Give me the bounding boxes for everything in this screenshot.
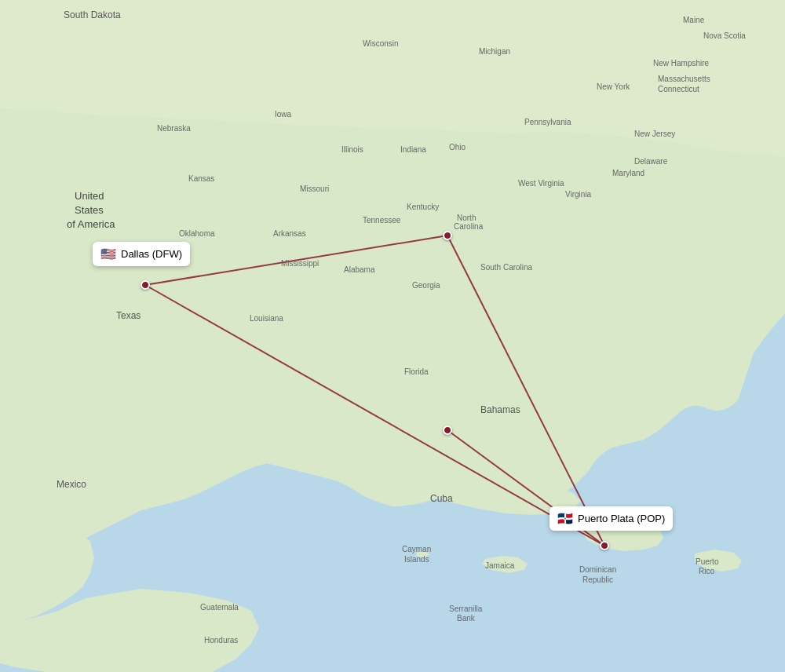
dot-charlotte <box>443 231 452 240</box>
puerto-plata-flag: 🇩🇴 <box>557 511 573 526</box>
dot-fll <box>443 425 452 435</box>
airport-label-puerto-plata: 🇩🇴 Puerto Plata (POP) <box>550 506 673 531</box>
svg-point-2 <box>514 394 522 399</box>
dot-puerto-plata <box>600 541 609 550</box>
map-container: South Dakota Wisconsin Michigan Maine No… <box>0 0 785 672</box>
map-svg <box>0 0 785 672</box>
puerto-plata-name: Puerto Plata (POP) <box>578 513 665 524</box>
dot-dallas <box>141 280 150 290</box>
svg-point-5 <box>521 422 528 426</box>
svg-point-1 <box>416 551 429 557</box>
svg-point-3 <box>524 404 531 409</box>
svg-point-4 <box>514 415 519 418</box>
dallas-name: Dallas (DFW) <box>121 248 182 260</box>
dallas-flag: 🇺🇸 <box>100 247 116 261</box>
svg-point-6 <box>508 429 513 432</box>
airport-label-dallas: 🇺🇸 Dallas (DFW) <box>93 242 190 266</box>
